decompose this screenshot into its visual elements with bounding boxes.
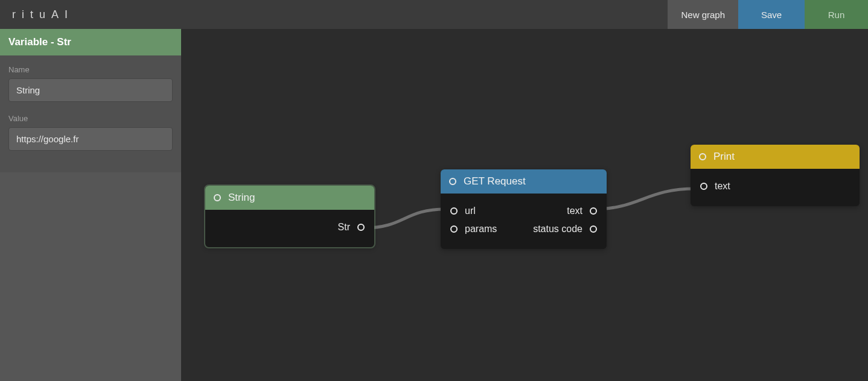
node-print-body: text	[691, 169, 860, 206]
port-out-status[interactable]	[590, 225, 597, 233]
sidebar-body: Name Value	[0, 55, 181, 172]
node-string-body: Str	[205, 210, 374, 247]
canvas[interactable]: String Str GET Request url te	[181, 29, 868, 381]
topbar: rituAI New graph Save Run	[0, 0, 868, 29]
sidebar: Variable - Str Name Value	[0, 29, 181, 381]
port-out-text[interactable]	[590, 207, 597, 215]
app-logo: rituAI	[0, 8, 74, 21]
node-get-title: GET Request	[464, 175, 526, 187]
name-label: Name	[8, 65, 173, 74]
port-label-status: status code	[533, 224, 582, 235]
run-button[interactable]: Run	[805, 0, 868, 29]
node-get-request[interactable]: GET Request url text params statu	[441, 169, 607, 249]
node-header-icon	[214, 194, 221, 201]
port-row-print-text: text	[691, 177, 860, 195]
node-print[interactable]: Print text	[691, 145, 860, 206]
port-label-print-text: text	[715, 181, 730, 192]
port-row-str-out: Str	[205, 218, 374, 236]
value-label: Value	[8, 114, 173, 123]
topbar-buttons: New graph Save Run	[668, 0, 868, 29]
node-header-icon	[699, 153, 706, 160]
node-print-header[interactable]: Print	[691, 145, 860, 169]
sidebar-header: Variable - Str	[0, 29, 181, 55]
port-out-str[interactable]	[357, 224, 365, 231]
port-label-text: text	[567, 206, 582, 216]
value-input[interactable]	[8, 127, 173, 151]
name-input[interactable]	[8, 78, 173, 102]
port-in-url[interactable]	[450, 207, 458, 215]
port-in-params[interactable]	[450, 225, 458, 233]
node-string-header[interactable]: String	[205, 186, 374, 210]
node-header-icon	[449, 178, 456, 185]
new-graph-button[interactable]: New graph	[668, 0, 738, 29]
node-get-header[interactable]: GET Request	[441, 169, 607, 194]
port-label-url: url	[465, 206, 476, 216]
port-in-text[interactable]	[700, 183, 707, 190]
node-string[interactable]: String Str	[205, 186, 374, 247]
save-button[interactable]: Save	[738, 0, 805, 29]
port-label-str: Str	[338, 222, 350, 233]
port-row-get-2: params status code	[441, 220, 607, 238]
port-label-params: params	[465, 224, 497, 235]
node-get-body: url text params status code	[441, 194, 607, 249]
port-row-get-1: url text	[441, 202, 607, 220]
node-print-title: Print	[713, 151, 735, 163]
node-string-title: String	[228, 192, 255, 204]
